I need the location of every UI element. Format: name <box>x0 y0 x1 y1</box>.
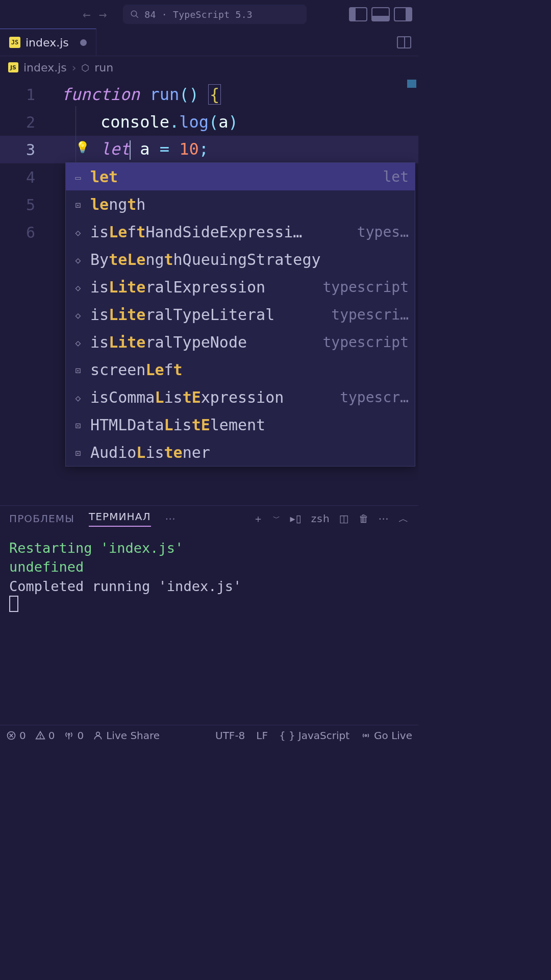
radio-tower-icon <box>64 730 74 741</box>
layout-buttons <box>349 7 412 21</box>
autocomplete-item[interactable]: ⊡HTMLDataListElement <box>66 411 415 438</box>
lightbulb-icon[interactable]: 💡 <box>76 141 89 154</box>
autocomplete-label: isLeftHandSideExpressi… <box>90 223 302 241</box>
braces-icon: { } <box>279 729 295 742</box>
autocomplete-item[interactable]: ◇isLiteralExpressiontypescript <box>66 273 415 301</box>
autocomplete-label: screenLeft <box>90 361 183 379</box>
js-file-icon: JS <box>8 62 18 72</box>
broadcast-icon <box>361 730 371 741</box>
field-icon: ⊡ <box>72 365 84 374</box>
code-line: 3 let a = 10; <box>0 136 418 163</box>
method-icon: ◇ <box>72 337 84 347</box>
autocomplete-popup[interactable]: ▭letlet⊡length◇isLeftHandSideExpressi…ty… <box>65 162 415 467</box>
status-warnings[interactable]: 0 <box>35 729 55 742</box>
autocomplete-detail: typescript <box>322 334 409 351</box>
autocomplete-label: length <box>90 195 145 213</box>
svg-point-6 <box>40 737 40 738</box>
line-number: 6 <box>0 224 61 241</box>
tab-bar: JS index.js <box>0 29 418 56</box>
terminal-line: Completed running <box>9 578 159 594</box>
autocomplete-label: isLiteralTypeLiteral <box>90 306 274 324</box>
shell-label[interactable]: zsh <box>311 512 330 525</box>
breadcrumb-symbol: run <box>94 61 113 74</box>
minimap[interactable] <box>407 80 416 88</box>
field-icon: ⊡ <box>72 200 84 209</box>
autocomplete-item[interactable]: ◇isLeftHandSideExpressi…types… <box>66 218 415 246</box>
run-task-icon[interactable]: ▸▯ <box>290 512 302 525</box>
autocomplete-item[interactable]: ◇isLiteralTypeLiteraltypescri… <box>66 301 415 328</box>
method-icon: ◇ <box>72 310 84 319</box>
line-number: 5 <box>0 196 61 214</box>
status-liveshare[interactable]: Live Share <box>93 729 160 742</box>
svg-point-10 <box>365 734 366 736</box>
js-file-icon: JS <box>9 37 20 48</box>
autocomplete-item[interactable]: ⊡AudioListener <box>66 438 415 466</box>
autocomplete-item[interactable]: ◇isLiteralTypeNodetypescript <box>66 328 415 356</box>
terminal-line: Restarting <box>9 540 101 556</box>
field-icon: ⊡ <box>72 448 84 457</box>
status-language[interactable]: { } JavaScript <box>279 729 349 742</box>
search-icon <box>130 10 139 19</box>
autocomplete-item[interactable]: ◇ByteLengthQueuingStrategy <box>66 246 415 273</box>
status-eol[interactable]: LF <box>256 729 268 742</box>
terminal-line: undefined <box>9 559 84 575</box>
autocomplete-item[interactable]: ◇isCommaListExpressiontypescr… <box>66 383 415 411</box>
tab-problems[interactable]: ПРОБЛЕМЫ <box>9 512 74 525</box>
status-errors[interactable]: 0 <box>6 729 26 742</box>
autocomplete-label: HTMLDataListElement <box>90 416 265 434</box>
status-ports[interactable]: 0 <box>64 729 84 742</box>
bottom-panel: ПРОБЛЕМЫ ТЕРМИНАЛ ⋯ ＋ ﹀ ▸▯ zsh ◫ 🗑 ⋯ ︿ R… <box>0 505 418 725</box>
status-encoding[interactable]: UTF-8 <box>215 729 245 742</box>
breadcrumb[interactable]: JS index.js › ⬡ run <box>0 56 418 79</box>
symbol-icon: ⬡ <box>82 62 90 73</box>
autocomplete-label: isCommaListExpression <box>90 388 284 406</box>
field-icon: ⊡ <box>72 420 84 429</box>
svg-point-0 <box>132 11 137 16</box>
status-golive[interactable]: Go Live <box>361 729 412 742</box>
terminal-output[interactable]: Restarting 'index.js' undefined Complete… <box>0 531 418 624</box>
chevron-up-icon[interactable]: ︿ <box>398 512 409 526</box>
autocomplete-label: isLiteralExpression <box>90 278 265 296</box>
split-editor-icon[interactable] <box>397 36 411 48</box>
autocomplete-detail: let <box>383 168 409 185</box>
svg-point-7 <box>68 733 70 734</box>
more-icon[interactable]: ⋯ <box>379 512 389 525</box>
tab-label: index.js <box>26 36 69 49</box>
line-number: 3 <box>0 141 61 159</box>
autocomplete-item[interactable]: ⊡screenLeft <box>66 356 415 383</box>
method-icon: ◇ <box>72 227 84 236</box>
command-center-text: 84 · TypeScript 5.3 <box>144 9 253 20</box>
line-number: 4 <box>0 168 61 186</box>
nav-forward-icon[interactable]: → <box>99 7 107 22</box>
new-terminal-icon[interactable]: ＋ <box>253 512 264 526</box>
nav-back-icon[interactable]: ← <box>83 7 91 22</box>
toggle-panel-icon[interactable] <box>371 7 390 21</box>
autocomplete-label: let <box>90 168 118 186</box>
breadcrumb-file: index.js <box>23 61 67 74</box>
toggle-primary-sidebar-icon[interactable] <box>349 7 367 21</box>
terminal-cursor <box>9 596 18 612</box>
more-icon[interactable]: ⋯ <box>165 512 176 525</box>
line-number: 2 <box>0 113 61 131</box>
toggle-secondary-sidebar-icon[interactable] <box>394 7 412 21</box>
trash-icon[interactable]: 🗑 <box>359 512 369 525</box>
split-terminal-icon[interactable]: ◫ <box>339 512 349 525</box>
liveshare-icon <box>93 730 103 741</box>
panel-tabs: ПРОБЛЕМЫ ТЕРМИНАЛ ⋯ ＋ ﹀ ▸▯ zsh ◫ 🗑 ⋯ ︿ <box>0 506 418 531</box>
tab-terminal[interactable]: ТЕРМИНАЛ <box>89 510 151 527</box>
autocomplete-detail: typescri… <box>331 306 409 323</box>
svg-line-1 <box>136 15 139 18</box>
method-icon: ◇ <box>72 255 84 264</box>
method-icon: ◇ <box>72 282 84 291</box>
code-line: 1 function run() { <box>0 81 418 108</box>
autocomplete-label: isLiteralTypeNode <box>90 333 247 351</box>
autocomplete-item[interactable]: ▭letlet <box>66 163 415 190</box>
method-icon: ◇ <box>72 393 84 402</box>
tab-index-js[interactable]: JS index.js <box>0 29 96 56</box>
svg-point-9 <box>96 732 100 736</box>
indent-guide <box>76 106 76 162</box>
autocomplete-label: ByteLengthQueuingStrategy <box>90 251 321 268</box>
autocomplete-item[interactable]: ⊡length <box>66 190 415 218</box>
command-center[interactable]: 84 · TypeScript 5.3 <box>123 5 307 24</box>
chevron-down-icon[interactable]: ﹀ <box>273 514 281 523</box>
